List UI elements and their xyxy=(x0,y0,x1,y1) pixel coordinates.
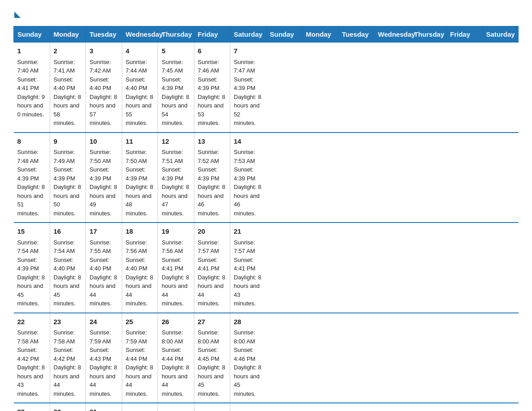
day-number: 9 xyxy=(54,137,82,147)
daylight-text: Daylight: 8 hours and 49 minutes. xyxy=(90,183,118,218)
day-number: 28 xyxy=(234,317,262,327)
sunrise-text: Sunrise: 7:56 AM xyxy=(162,238,190,256)
daylight-text: Daylight: 8 hours and 43 minutes. xyxy=(17,363,46,398)
sunrise-text: Sunrise: 7:57 AM xyxy=(198,238,227,256)
calendar-cell: 28Sunrise: 8:00 AMSunset: 4:46 PMDayligh… xyxy=(230,313,266,403)
header-cell-saturday: Saturday xyxy=(230,26,266,43)
daylight-text: Daylight: 8 hours and 51 minutes. xyxy=(17,183,46,218)
calendar-cell: 11Sunrise: 7:50 AMSunset: 4:39 PMDayligh… xyxy=(122,133,158,223)
daylight-text: Daylight: 8 hours and 48 minutes. xyxy=(126,183,154,218)
sunset-text: Sunset: 4:44 PM xyxy=(126,346,154,363)
daylight-text: Daylight: 8 hours and 46 minutes. xyxy=(198,183,227,218)
header-cell-tuesday: Tuesday xyxy=(338,26,374,43)
sunrise-text: Sunrise: 7:56 AM xyxy=(126,238,154,256)
sunset-text: Sunset: 4:39 PM xyxy=(54,165,82,183)
sunset-text: Sunset: 4:39 PM xyxy=(126,165,154,183)
sunrise-text: Sunrise: 7:59 AM xyxy=(126,328,154,346)
day-number: 15 xyxy=(17,227,46,237)
sunset-text: Sunset: 4:39 PM xyxy=(234,165,262,183)
calendar-cell: 7Sunrise: 7:47 AMSunset: 4:39 PMDaylight… xyxy=(230,43,266,133)
sunset-text: Sunset: 4:39 PM xyxy=(162,75,190,93)
sunset-text: Sunset: 4:40 PM xyxy=(54,75,82,93)
sunrise-text: Sunrise: 7:44 AM xyxy=(126,58,154,75)
day-number: 7 xyxy=(234,46,262,56)
daylight-text: Daylight: 8 hours and 45 minutes. xyxy=(54,273,82,308)
day-number: 23 xyxy=(54,317,82,327)
header-cell-wednesday: Wednesday xyxy=(122,26,158,43)
calendar-week-2: 8Sunrise: 7:48 AMSunset: 4:39 PMDaylight… xyxy=(14,133,519,223)
day-number: 21 xyxy=(234,227,262,237)
sunrise-text: Sunrise: 7:48 AM xyxy=(17,148,46,165)
daylight-text: Daylight: 8 hours and 44 minutes. xyxy=(162,273,190,308)
day-number: 1 xyxy=(17,46,46,56)
sunrise-text: Sunrise: 7:58 AM xyxy=(17,328,46,346)
calendar-week-1: 1Sunrise: 7:40 AMSunset: 4:41 PMDaylight… xyxy=(14,43,519,133)
sunset-text: Sunset: 4:40 PM xyxy=(126,75,154,93)
calendar-cell: 30Sunrise: 8:00 AMSunset: 4:47 PMDayligh… xyxy=(50,403,86,411)
daylight-text: Daylight: 8 hours and 55 minutes. xyxy=(126,93,154,128)
calendar-cell: 19Sunrise: 7:56 AMSunset: 4:41 PMDayligh… xyxy=(158,223,194,313)
calendar-cell: 17Sunrise: 7:55 AMSunset: 4:40 PMDayligh… xyxy=(86,223,122,313)
sunset-text: Sunset: 4:41 PM xyxy=(234,256,262,273)
sunrise-text: Sunrise: 7:50 AM xyxy=(126,148,154,165)
sunrise-text: Sunrise: 7:42 AM xyxy=(90,58,118,75)
day-number: 17 xyxy=(90,227,118,237)
calendar-header-row: SundayMondayTuesdayWednesdayThursdayFrid… xyxy=(14,26,519,43)
sunrise-text: Sunrise: 7:46 AM xyxy=(198,58,227,75)
day-number: 12 xyxy=(162,137,190,147)
sunset-text: Sunset: 4:46 PM xyxy=(234,346,262,363)
sunrise-text: Sunrise: 8:00 AM xyxy=(162,328,190,346)
sunrise-text: Sunrise: 7:51 AM xyxy=(162,148,190,165)
calendar-cell: 10Sunrise: 7:50 AMSunset: 4:39 PMDayligh… xyxy=(86,133,122,223)
header-cell-saturday: Saturday xyxy=(482,26,519,43)
daylight-text: Daylight: 8 hours and 44 minutes. xyxy=(54,363,82,398)
calendar-cell xyxy=(122,403,158,411)
daylight-text: Daylight: 9 hours and 0 minutes. xyxy=(17,93,46,119)
header-cell-sunday: Sunday xyxy=(14,26,50,43)
daylight-text: Daylight: 8 hours and 45 minutes. xyxy=(234,363,262,398)
logo-arrow-icon xyxy=(14,12,21,18)
daylight-text: Daylight: 8 hours and 53 minutes. xyxy=(198,93,227,128)
calendar-cell: 2Sunrise: 7:41 AMSunset: 4:40 PMDaylight… xyxy=(50,43,86,133)
header-cell-friday: Friday xyxy=(446,26,483,43)
calendar-cell: 9Sunrise: 7:49 AMSunset: 4:39 PMDaylight… xyxy=(50,133,86,223)
sunset-text: Sunset: 4:39 PM xyxy=(17,256,46,273)
calendar-cell: 20Sunrise: 7:57 AMSunset: 4:41 PMDayligh… xyxy=(194,223,230,313)
day-number: 14 xyxy=(234,137,262,147)
sunset-text: Sunset: 4:40 PM xyxy=(90,75,118,93)
day-number: 19 xyxy=(162,227,190,237)
sunset-text: Sunset: 4:39 PM xyxy=(17,165,46,183)
daylight-text: Daylight: 8 hours and 54 minutes. xyxy=(162,93,190,128)
sunrise-text: Sunrise: 7:47 AM xyxy=(234,58,262,75)
sunrise-text: Sunrise: 7:40 AM xyxy=(17,58,46,75)
calendar-cell: 25Sunrise: 7:59 AMSunset: 4:44 PMDayligh… xyxy=(122,313,158,403)
calendar-cell: 15Sunrise: 7:54 AMSunset: 4:39 PMDayligh… xyxy=(14,223,50,313)
logo xyxy=(13,9,21,18)
daylight-text: Daylight: 8 hours and 57 minutes. xyxy=(90,93,118,128)
calendar-cell: 12Sunrise: 7:51 AMSunset: 4:39 PMDayligh… xyxy=(158,133,194,223)
day-number: 26 xyxy=(162,317,190,327)
sunrise-text: Sunrise: 7:54 AM xyxy=(17,238,46,256)
calendar-week-4: 22Sunrise: 7:58 AMSunset: 4:42 PMDayligh… xyxy=(14,313,519,403)
calendar-week-5: 29Sunrise: 8:00 AMSunset: 4:47 PMDayligh… xyxy=(14,403,519,411)
sunset-text: Sunset: 4:45 PM xyxy=(198,346,227,363)
day-number: 11 xyxy=(126,137,154,147)
sunset-text: Sunset: 4:40 PM xyxy=(90,256,118,273)
daylight-text: Daylight: 8 hours and 45 minutes. xyxy=(198,363,227,398)
daylight-text: Daylight: 8 hours and 50 minutes. xyxy=(54,183,82,218)
sunrise-text: Sunrise: 7:58 AM xyxy=(54,328,82,346)
calendar-cell xyxy=(194,403,230,411)
sunset-text: Sunset: 4:42 PM xyxy=(17,346,46,363)
sunset-text: Sunset: 4:43 PM xyxy=(90,346,118,363)
day-number: 22 xyxy=(17,317,46,327)
sunset-text: Sunset: 4:42 PM xyxy=(54,346,82,363)
sunrise-text: Sunrise: 7:57 AM xyxy=(234,238,262,256)
daylight-text: Daylight: 8 hours and 46 minutes. xyxy=(234,183,262,218)
header-cell-tuesday: Tuesday xyxy=(86,26,122,43)
calendar-cell: 18Sunrise: 7:56 AMSunset: 4:40 PMDayligh… xyxy=(122,223,158,313)
day-number: 31 xyxy=(90,407,118,411)
daylight-text: Daylight: 8 hours and 44 minutes. xyxy=(162,363,190,398)
calendar-cell: 27Sunrise: 8:00 AMSunset: 4:45 PMDayligh… xyxy=(194,313,230,403)
sunset-text: Sunset: 4:41 PM xyxy=(162,256,190,273)
calendar-cell: 14Sunrise: 7:53 AMSunset: 4:39 PMDayligh… xyxy=(230,133,266,223)
